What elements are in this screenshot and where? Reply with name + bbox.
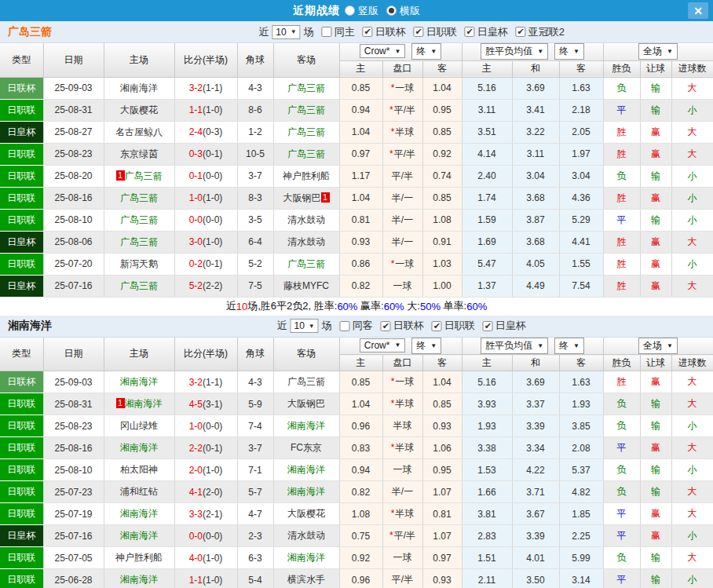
result-cell: 胜 bbox=[603, 121, 640, 143]
sub-column-header: 胜负 bbox=[603, 60, 640, 77]
crow-header-group: Crow*▼终▼ bbox=[339, 338, 462, 355]
handicap-result-cell: 赢 bbox=[640, 437, 671, 459]
layout-radio-horizontal[interactable]: 横版 bbox=[386, 4, 420, 18]
layout-radio-vertical[interactable]: 竖版 bbox=[345, 4, 378, 18]
avg-draw-odds: 3.69 bbox=[512, 77, 559, 99]
league-type-cell: 日职联 bbox=[0, 165, 43, 187]
score-cell: 0-2(0-1) bbox=[174, 253, 237, 275]
home-team-cell: 新泻天鹅 bbox=[104, 253, 174, 275]
home-team-cell: 柏太阳神 bbox=[104, 459, 174, 481]
score-cell: 1-1(1-0) bbox=[174, 99, 237, 121]
league-type-cell: 日职联 bbox=[0, 459, 43, 481]
league-filter-2[interactable]: 日皇杯 bbox=[478, 319, 526, 333]
match-count-select[interactable]: 10▼ bbox=[290, 319, 318, 333]
crow-final-select[interactable]: 终▼ bbox=[411, 43, 441, 60]
away-team-cell: 清水鼓动 bbox=[273, 231, 339, 253]
league-type-cell: 日职联 bbox=[0, 547, 43, 569]
wdl-final-select[interactable]: 终▼ bbox=[554, 43, 584, 60]
crow-handicap: *半球 bbox=[382, 121, 422, 143]
crow-handicap: *一球 bbox=[382, 371, 422, 393]
avg-draw-odds: 3.34 bbox=[512, 437, 559, 459]
score-cell: 4-5(3-1) bbox=[174, 393, 237, 415]
wdl-final-select[interactable]: 终▼ bbox=[554, 338, 584, 354]
corners-cell: 7-1 bbox=[237, 459, 273, 481]
section-filterbar: 湘南海洋近10▼场同客日联杯日职联日皇杯 bbox=[0, 316, 713, 338]
crow-handicap: 一球 bbox=[382, 275, 422, 297]
league-filter-0[interactable]: 日联杯 bbox=[358, 25, 406, 39]
same-venue-filter[interactable]: 同主 bbox=[317, 25, 355, 39]
league-filter-1[interactable]: 日职联 bbox=[409, 25, 457, 39]
summary-part: 场,胜6平2负2, 胜率: bbox=[247, 299, 337, 313]
checkbox-icon bbox=[381, 321, 391, 331]
same-venue-filter[interactable]: 同客 bbox=[335, 319, 373, 333]
close-icon: ✕ bbox=[693, 5, 703, 17]
crow-final-select[interactable]: 终▼ bbox=[411, 338, 441, 354]
sub-column-header: 主 bbox=[339, 355, 382, 371]
handicap-result-cell: 赢 bbox=[640, 143, 671, 165]
league-filter-2[interactable]: 日皇杯 bbox=[460, 25, 508, 39]
avg-home-odds: 3.38 bbox=[462, 437, 512, 459]
goals-cell: 大 bbox=[671, 77, 713, 99]
checkbox-icon bbox=[322, 27, 332, 37]
league-filter-0[interactable]: 日联杯 bbox=[376, 319, 424, 333]
crow-handicap: 半/一 bbox=[382, 187, 422, 209]
star-icon: * bbox=[391, 442, 395, 453]
league-type-cell: 日职联 bbox=[0, 569, 43, 588]
away-team-cell: 神户胜利船 bbox=[273, 165, 339, 187]
avg-draw-odds: 4.22 bbox=[512, 459, 559, 481]
avg-draw-odds: 3.68 bbox=[512, 187, 559, 209]
avg-home-odds: 3.81 bbox=[462, 503, 512, 525]
team-name: 东京绿茵 bbox=[120, 148, 158, 159]
match-row: 日皇杯25-08-06广岛三箭3-0(1-0)6-4清水鼓动0.93半/一0.9… bbox=[0, 231, 713, 253]
corners-cell: 6-4 bbox=[237, 231, 273, 253]
wdl-avg-select[interactable]: 胜平负均值▼ bbox=[481, 338, 548, 354]
sub-column-header: 主 bbox=[339, 60, 382, 77]
match-row: 日联杯25-09-03湘南海洋3-2(1-1)4-3广岛三箭0.85*一球1.0… bbox=[0, 77, 713, 99]
crow-handicap: *半球 bbox=[382, 503, 422, 525]
league-filter-3[interactable]: 亚冠联2 bbox=[511, 25, 565, 39]
avg-away-odds: 1.85 bbox=[559, 503, 603, 525]
team-name: 湘南海洋 bbox=[120, 376, 158, 387]
crow-handicap: *一球 bbox=[382, 253, 422, 275]
crow-company-select[interactable]: Crow*▼ bbox=[360, 44, 406, 58]
date-cell: 25-08-16 bbox=[43, 187, 104, 209]
match-row: 日职联25-08-201广岛三箭0-1(0-0)3-7神户胜利船1.17平/半0… bbox=[0, 165, 713, 187]
result-cell: 胜 bbox=[603, 143, 640, 165]
away-team-cell: 大阪樱花 bbox=[273, 503, 339, 525]
corners-cell: 6-3 bbox=[237, 547, 273, 569]
home-team-cell: 广岛三箭 bbox=[104, 231, 174, 253]
result-cell: 负 bbox=[603, 165, 640, 187]
match-row: 日联杯25-09-03湘南海洋3-2(1-1)4-3广岛三箭0.85*一球1.0… bbox=[0, 371, 713, 393]
crow-company-select[interactable]: Crow*▼ bbox=[360, 338, 406, 352]
result-cell: 胜 bbox=[603, 253, 640, 275]
home-team-cell: 广岛三箭 bbox=[104, 209, 174, 231]
league-filter-label: 日职联 bbox=[444, 319, 475, 333]
avg-draw-odds: 3.11 bbox=[512, 143, 559, 165]
team-name: 广岛三箭 bbox=[120, 192, 158, 203]
result-cell: 平 bbox=[603, 503, 640, 525]
score-cell: 3-0(1-0) bbox=[174, 231, 237, 253]
goals-cell: 大 bbox=[671, 393, 713, 415]
fulltime-select[interactable]: 全场▼ bbox=[638, 43, 678, 60]
column-header: 比分(半场) bbox=[174, 43, 237, 77]
match-count-select[interactable]: 10▼ bbox=[272, 25, 300, 39]
team-name: 神户胜利船 bbox=[283, 170, 330, 181]
avg-home-odds: 2.83 bbox=[462, 525, 512, 547]
score-cell: 5-2(2-2) bbox=[174, 275, 237, 297]
wdl-avg-select[interactable]: 胜平负均值▼ bbox=[481, 43, 548, 60]
handicap-result-cell: 赢 bbox=[640, 187, 671, 209]
league-filter-1[interactable]: 日职联 bbox=[427, 319, 475, 333]
titlebar: 近期战绩 竖版横版 ✕ bbox=[0, 0, 713, 21]
score-cell: 4-0(1-0) bbox=[174, 547, 237, 569]
crow-home-odds: 0.93 bbox=[339, 231, 382, 253]
fulltime-select[interactable]: 全场▼ bbox=[638, 338, 678, 354]
sub-column-header: 和 bbox=[512, 355, 559, 371]
score-cell: 3-3(2-1) bbox=[174, 503, 237, 525]
result-cell: 胜 bbox=[603, 187, 640, 209]
date-cell: 25-06-28 bbox=[43, 569, 104, 588]
team-name: 广岛三箭 bbox=[287, 376, 325, 387]
close-button[interactable]: ✕ bbox=[688, 2, 708, 19]
handicap-result-cell: 输 bbox=[640, 209, 671, 231]
date-cell: 25-08-20 bbox=[43, 165, 104, 187]
chevron-down-icon: ▼ bbox=[667, 342, 673, 349]
